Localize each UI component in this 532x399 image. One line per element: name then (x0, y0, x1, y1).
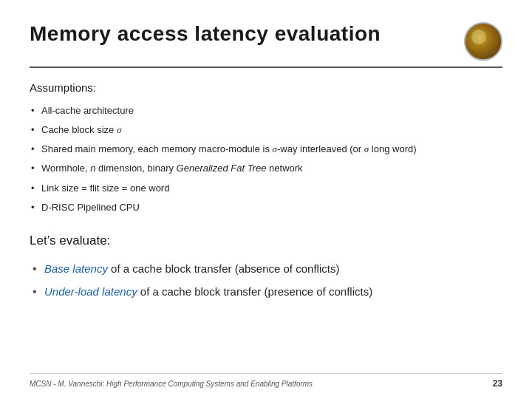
italic-gft: Generalized Fat Tree (177, 163, 267, 174)
list-item: All-cache architecture (30, 101, 502, 120)
list-item: D-RISC Pipelined CPU (30, 198, 502, 217)
evaluate-heading: Let’s evaluate: (30, 233, 502, 248)
list-item: Cache block size σ (30, 120, 502, 140)
assumptions-heading: Assumptions: (30, 81, 502, 94)
list-item: Base latency of a cache block transfer (… (30, 257, 502, 280)
page-number: 23 (493, 378, 502, 389)
bullet-text: D-RISC Pipelined CPU (41, 202, 140, 213)
bullet-text: Shared main memory, each memory macro-mo… (41, 143, 417, 154)
slide-header: Memory access latency evaluation (30, 22, 502, 68)
bullet-text: Wormhole, n dimension, binary Generalize… (41, 163, 303, 174)
footer-citation: MCSN - M. Vanneschi: High Performance Co… (30, 380, 313, 388)
base-latency-text: of a cache block transfer (absence of co… (111, 262, 339, 275)
list-item: Link size = flit size = one word (30, 179, 502, 198)
assumptions-list: All-cache architecture Cache block size … (30, 101, 502, 217)
base-latency-highlight: Base latency (44, 262, 108, 275)
bullet-text: Cache block size σ (41, 124, 121, 135)
italic-n: n (90, 163, 95, 174)
sigma-symbol: σ (117, 124, 121, 135)
evaluate-list: Base latency of a cache block transfer (… (30, 257, 502, 304)
slide-footer: MCSN - M. Vanneschi: High Performance Co… (30, 373, 502, 389)
university-logo (464, 22, 502, 61)
slide: Memory access latency evaluation Assumpt… (0, 0, 532, 399)
sigma-symbol: σ (364, 143, 369, 154)
bullet-text: All-cache architecture (41, 105, 134, 116)
list-item: Shared main memory, each memory macro-mo… (30, 140, 502, 159)
sigma-symbol: σ (273, 143, 277, 154)
underload-latency-text: of a cache block transfer (presence of c… (140, 285, 372, 298)
list-item: Wormhole, n dimension, binary Generalize… (30, 159, 502, 178)
underload-latency-highlight: Under-load latency (44, 285, 137, 298)
list-item: Under-load latency of a cache block tran… (30, 280, 502, 303)
slide-title: Memory access latency evaluation (30, 22, 381, 46)
bullet-text: Link size = flit size = one word (41, 183, 169, 194)
